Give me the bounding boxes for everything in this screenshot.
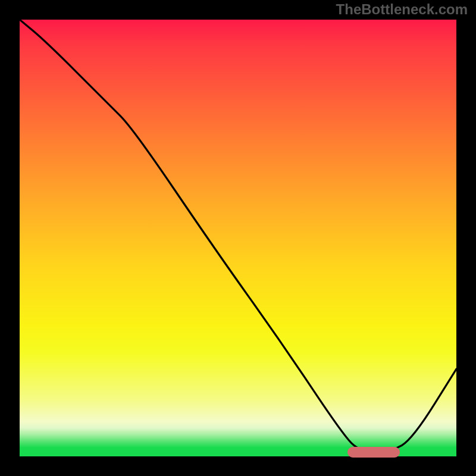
optimal-band-marker bbox=[347, 447, 400, 458]
chart-frame: TheBottleneck.com bbox=[0, 0, 476, 476]
attribution-text: TheBottleneck.com bbox=[336, 1, 468, 18]
plot-area bbox=[20, 20, 456, 456]
bottleneck-curve bbox=[20, 20, 456, 456]
